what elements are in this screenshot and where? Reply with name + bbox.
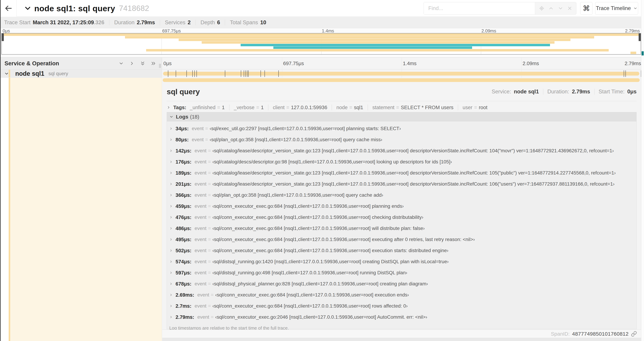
log-key: event — [194, 237, 206, 242]
equals-sign: = — [286, 105, 289, 110]
minimap-span-bar — [630, 52, 636, 54]
collapse-all-icon[interactable] — [140, 61, 145, 66]
collapse-one-icon[interactable] — [118, 61, 124, 66]
minimap-left-scrubber[interactable] — [2, 34, 4, 41]
trace-collapse-toggle[interactable] — [24, 4, 32, 13]
link-icon[interactable] — [631, 331, 637, 337]
divider — [543, 89, 543, 95]
log-value: ‹sql/catalog/lease/descriptor_version_st… — [212, 181, 614, 187]
trace-start-fraction: .326 — [94, 20, 104, 26]
chevron-right-icon — [169, 260, 173, 263]
tag-key: client — [273, 105, 284, 110]
log-marker-tick — [244, 70, 244, 77]
log-row[interactable]: 486μs: event = ‹sql/conn_executor_exec.g… — [167, 223, 636, 234]
depth-value: 6 — [217, 20, 220, 26]
vertical-scrollbar[interactable] — [641, 0, 644, 341]
tag-value: 127.0.0.1:59936 — [291, 105, 327, 110]
equals-sign: = — [208, 148, 211, 154]
log-value: ‹sql/catalog/lease/descriptor_version_st… — [212, 170, 616, 176]
log-value: ‹sql/catalog/lease/descriptor_version_st… — [212, 148, 614, 154]
span-id-footer: SpanID: 4877749850101760812 — [162, 329, 641, 338]
tag-value: root — [479, 105, 488, 110]
span-row[interactable]: node sql1 sql query — [0, 70, 641, 78]
chevron-right-icon — [167, 106, 170, 109]
trace-view-selector[interactable]: Trace Timeline — [595, 2, 638, 15]
log-row[interactable]: 495μs: event = ‹sql/conn_executor_exec.g… — [167, 234, 636, 245]
tag-key: statement — [372, 105, 394, 110]
log-row[interactable]: 201μs: event = ‹sql/catalog/lease/descri… — [167, 178, 636, 190]
chevron-right-icon — [169, 227, 173, 230]
keyboard-shortcuts-button[interactable]: ⌘ — [580, 2, 592, 15]
expand-one-icon[interactable] — [129, 61, 134, 66]
log-row[interactable]: 2.69ms: event = ‹sql/conn_executor_exec.… — [167, 289, 636, 300]
log-timestamp: 502μs: — [176, 248, 192, 253]
chevron-right-icon — [169, 304, 173, 308]
log-row[interactable]: 189μs: event = ‹sql/catalog/lease/descri… — [167, 167, 636, 178]
operation-name: sql query — [48, 71, 68, 76]
trace-minimap[interactable] — [2, 33, 641, 55]
log-value: ‹sql/conn_executor_exec.go:684 [nsql1,cl… — [212, 203, 404, 209]
log-row[interactable]: 2.79ms: event = ‹sql/conn_executor_exec.… — [167, 311, 636, 323]
equals-sign: = — [211, 292, 214, 298]
tag-value: SELECT * FROM users — [401, 105, 454, 110]
span-row-timeline[interactable] — [162, 70, 641, 78]
ruler-tick-label: 0μs — [2, 28, 10, 34]
tags-row[interactable]: Tags: _unfinished=1_verbose=1client=127.… — [167, 103, 636, 112]
log-row[interactable]: 476μs: event = ‹sql/conn_executor_exec.g… — [167, 212, 636, 223]
divider — [160, 20, 160, 25]
log-row[interactable]: 2.7ms: event = ‹sql/conn_executor_exec.g… — [167, 300, 636, 311]
span-row-name-column[interactable]: node sql1 sql query — [0, 70, 162, 78]
detail-span-bar[interactable] — [163, 78, 640, 82]
log-value: ‹sql/conn_executor_exec.go:684 [nsql1,cl… — [212, 226, 425, 231]
ruler-tick-label: 0μs — [162, 61, 172, 66]
log-row[interactable]: 176μs: event = ‹sql/catalog/descs/descri… — [167, 156, 636, 167]
expand-all-icon[interactable] — [151, 61, 156, 66]
log-row[interactable]: 597μs: event = ‹sql/distsql_running.go:4… — [167, 267, 636, 278]
find-next-icon[interactable] — [558, 6, 563, 11]
log-row[interactable]: 678μs: event = ‹sql/distsql_physical_pla… — [167, 278, 636, 289]
log-row[interactable]: 142μs: event = ‹sql/catalog/lease/descri… — [167, 145, 636, 156]
log-timestamp: 495μs: — [176, 237, 192, 242]
logs-header[interactable]: Logs (18) — [167, 112, 636, 121]
chevron-down-icon — [169, 115, 174, 119]
duration-value: 2.79ms — [137, 20, 155, 26]
equals-sign: = — [208, 203, 211, 209]
log-key: event — [194, 226, 206, 231]
chevron-right-icon — [169, 127, 173, 130]
log-row[interactable]: 34μs: event = ‹sql/exec_util.go:2297 [ns… — [167, 123, 636, 134]
log-row[interactable]: 366μs: event = ‹sql/plan_opt.go:358 [nsq… — [167, 190, 636, 201]
detail-operation-title: sql query — [167, 88, 200, 96]
minimap-right-scrubber[interactable] — [639, 34, 641, 41]
tag-item: statement=SELECT * FROM users — [372, 105, 454, 110]
locate-icon[interactable] — [539, 6, 544, 11]
find-input[interactable] — [424, 2, 535, 14]
duration-label: Duration: — [548, 89, 569, 95]
trace-meta-bar: Trace Start March 31 2022, 17:25:09.326 … — [0, 17, 644, 28]
column-resize-grip[interactable] — [159, 64, 161, 68]
find-prev-icon[interactable] — [548, 6, 554, 11]
log-timestamp: 2.79ms: — [176, 314, 194, 320]
clear-find-icon[interactable] — [567, 6, 572, 11]
log-row[interactable]: 459μs: event = ‹sql/conn_executor_exec.g… — [167, 201, 636, 212]
equals-sign: = — [205, 126, 208, 131]
row-collapse-toggle[interactable] — [4, 71, 9, 76]
log-key: event — [194, 170, 206, 176]
log-key: event — [194, 181, 206, 187]
log-row[interactable]: 80μs: event = ‹sql/plan_opt.go:358 [nsql… — [167, 134, 636, 145]
window-left-edge — [0, 0, 1, 341]
span-duration-bar[interactable] — [163, 72, 639, 76]
divider — [229, 105, 230, 110]
log-marker-tick — [168, 70, 168, 77]
back-button[interactable] — [0, 0, 16, 17]
log-marker-tick — [241, 70, 241, 77]
chevron-right-icon — [169, 249, 173, 252]
equals-sign: = — [208, 159, 211, 165]
log-key: event — [194, 303, 206, 309]
trace-id: 7418682 — [119, 4, 149, 13]
total-spans-label: Total Spans — [230, 20, 258, 26]
trace-start-label: Trace Start — [4, 20, 30, 26]
log-row[interactable]: 574μs: event = ‹sql/distsql_running.go:1… — [167, 256, 636, 267]
log-row[interactable]: 502μs: event = ‹sql/conn_executor_exec.g… — [167, 245, 636, 256]
duration-value: 2.79ms — [572, 89, 590, 95]
minimap-span-bar — [202, 41, 554, 44]
